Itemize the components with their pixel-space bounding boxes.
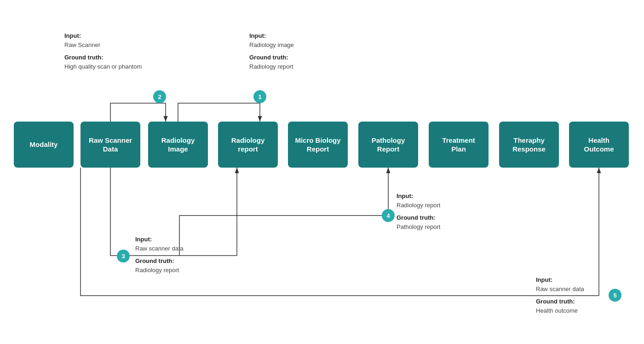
circle-5: 5 (609, 289, 621, 302)
diagram-container: Modality Raw ScannerData RadiologyImage … (0, 0, 644, 344)
box-radiology-report: Radiologyreport (218, 122, 278, 168)
label-node3: Input: Raw scanner data Ground truth: Ra… (135, 235, 184, 274)
label-node4: Input: Radiology report Ground truth: Pa… (397, 192, 440, 231)
box-modality: Modality (14, 122, 74, 168)
label-node2: Input: Raw Scanner Ground truth: High qu… (64, 31, 142, 71)
box-micro-biology: Micro BiologyReport (288, 122, 348, 168)
box-raw-scanner: Raw ScannerData (80, 122, 140, 168)
label-node5: Input: Raw scanner data Ground truth: He… (536, 275, 584, 315)
circle-3: 3 (117, 250, 130, 262)
circle-4: 4 (382, 209, 395, 222)
circle-2: 2 (153, 90, 166, 103)
label-node1: Input: Radiology image Ground truth: Rad… (249, 31, 294, 71)
box-pathology-report: PathologyReport (358, 122, 418, 168)
circle-1: 1 (253, 90, 266, 103)
box-health-outcome: HealthOutcome (569, 122, 629, 168)
box-therapy-response: TheraphyResponse (499, 122, 559, 168)
box-radiology-image: RadiologyImage (148, 122, 208, 168)
box-treatment-plan: TreatmentPlan (429, 122, 489, 168)
